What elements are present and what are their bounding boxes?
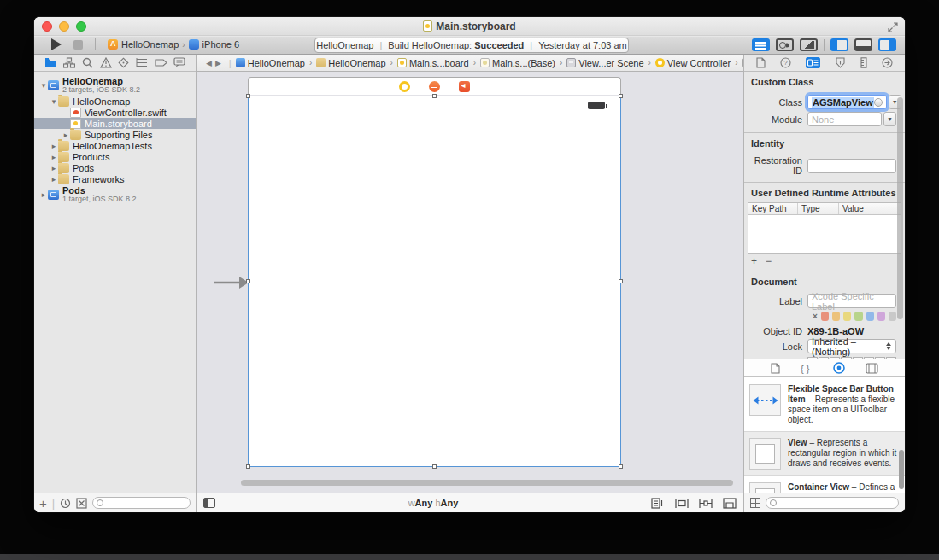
lock-dropdown[interactable]: Inherited – (Nothing): [807, 339, 896, 353]
column-key-path[interactable]: Key Path: [748, 203, 798, 214]
document-label-field[interactable]: Xcode Specific Label: [807, 294, 896, 308]
breadcrumb-view-controller[interactable]: View Controller: [655, 58, 731, 68]
resize-handle-top-center[interactable]: [432, 94, 437, 98]
run-button[interactable]: [51, 38, 62, 50]
toggle-navigator-button[interactable]: [830, 38, 848, 51]
toggle-debug-area-button[interactable]: [854, 38, 872, 51]
color-swatch-red[interactable]: [821, 312, 829, 321]
module-field[interactable]: None: [807, 112, 882, 126]
column-type[interactable]: Type: [798, 203, 839, 214]
assistant-editor-button[interactable]: [776, 38, 794, 51]
code-snippet-library-tab[interactable]: { }: [801, 363, 813, 374]
symbol-navigator-tab[interactable]: [63, 57, 75, 68]
debug-navigator-tab[interactable]: [136, 57, 148, 68]
resolve-auto-layout-button[interactable]: [723, 498, 737, 509]
issue-navigator-tab[interactable]: [100, 57, 112, 68]
color-swatch-green[interactable]: [854, 312, 862, 321]
resize-handle-right[interactable]: [619, 279, 623, 283]
file-template-library-tab[interactable]: [771, 363, 780, 374]
breadcrumb-storyboard-base[interactable]: Main.s...(Base): [480, 58, 555, 68]
project-navigator-tab[interactable]: [44, 57, 57, 68]
standard-editor-button[interactable]: [752, 38, 770, 51]
toggle-utilities-button[interactable]: [878, 38, 896, 51]
disclosure-triangle[interactable]: ▾: [50, 97, 58, 106]
file-inspector-tab[interactable]: [756, 57, 766, 68]
scm-status-filter-icon[interactable]: [76, 498, 87, 509]
color-swatch-blue[interactable]: [866, 312, 874, 321]
report-navigator-tab[interactable]: [173, 57, 185, 68]
disclosure-triangle[interactable]: ▸: [50, 175, 58, 184]
library-filter-field[interactable]: [766, 497, 899, 509]
library-item-container-view[interactable]: Container View – Defines a region of a v…: [744, 476, 905, 493]
scheme-selector[interactable]: HelloOnemap › iPhone 6: [108, 39, 239, 50]
quick-help-inspector-tab[interactable]: ?: [780, 57, 791, 68]
resize-handle-top-right[interactable]: [619, 94, 623, 98]
search-navigator-tab[interactable]: [82, 57, 93, 68]
class-field[interactable]: AGSMapView: [807, 95, 887, 109]
resize-handle-bottom-right[interactable]: [619, 464, 623, 469]
align-button[interactable]: [675, 498, 689, 509]
storyboard-canvas[interactable]: [197, 72, 743, 493]
stack-button[interactable]: [651, 498, 665, 509]
breadcrumb-storyboard[interactable]: Main.s...board: [397, 58, 469, 68]
color-swatch-purple[interactable]: [877, 312, 885, 321]
inspector-scrollbar[interactable]: [897, 97, 903, 319]
navigator-filter-field[interactable]: [92, 497, 191, 509]
resize-handle-bottom-left[interactable]: [246, 464, 250, 469]
library-view-mode-icon[interactable]: [750, 498, 760, 508]
connections-inspector-tab[interactable]: [882, 57, 893, 68]
breadcrumb-scene[interactable]: View...er Scene: [566, 58, 643, 68]
disclosure-triangle[interactable]: ▸: [62, 131, 70, 139]
tree-row-group-helloonemap[interactable]: ▾ HelloOnemap: [34, 96, 196, 107]
module-dropdown-button[interactable]: ▼: [883, 112, 896, 126]
restoration-id-field[interactable]: [807, 159, 896, 173]
pin-button[interactable]: [699, 498, 713, 509]
disclosure-triangle[interactable]: ▾: [39, 81, 48, 90]
remove-attribute-button[interactable]: −: [766, 255, 772, 267]
runtime-attributes-body[interactable]: [748, 215, 901, 253]
exit-dock-icon[interactable]: [459, 81, 470, 92]
add-file-button[interactable]: +: [39, 496, 47, 510]
stop-button[interactable]: [73, 40, 83, 50]
breadcrumb-project[interactable]: HelloOnemap: [236, 58, 305, 68]
tree-row-main-storyboard[interactable]: Main.storyboard: [34, 118, 196, 129]
identity-inspector-tab-selected[interactable]: [806, 57, 820, 68]
disclosure-triangle[interactable]: ▸: [39, 190, 48, 199]
recent-files-filter-icon[interactable]: [60, 498, 71, 509]
map-view-selected[interactable]: [248, 96, 621, 467]
tree-row-frameworks[interactable]: ▸ Frameworks: [34, 173, 196, 184]
first-responder-dock-icon[interactable]: [429, 81, 440, 92]
library-scrollbar[interactable]: [899, 450, 904, 489]
attributes-inspector-tab[interactable]: [835, 57, 846, 68]
library-item-view[interactable]: View – Represents a rectangular region i…: [744, 432, 905, 476]
library-item-flexible-space[interactable]: Flexible Space Bar Button Item – Represe…: [744, 378, 905, 432]
tree-row-viewcontroller-swift[interactable]: ViewController.swift: [34, 107, 196, 118]
tree-row-project-pods[interactable]: ▸ Pods1 target, iOS SDK 8.2: [34, 184, 196, 205]
back-button[interactable]: ◀: [206, 59, 215, 67]
resize-handle-left[interactable]: [246, 279, 250, 283]
tree-row-project-helloonemap[interactable]: ▾ HelloOnemap2 targets, iOS SDK 8.2: [34, 75, 196, 96]
class-combo-icon[interactable]: [874, 98, 883, 107]
disclosure-triangle[interactable]: ▸: [50, 164, 58, 172]
breadcrumb-group[interactable]: HelloOnemap: [316, 58, 385, 68]
color-swatch-orange[interactable]: [832, 312, 840, 321]
initial-view-controller-arrow[interactable]: [214, 275, 249, 290]
disclosure-triangle[interactable]: ▸: [50, 153, 58, 161]
test-navigator-tab[interactable]: [118, 57, 129, 68]
size-inspector-tab[interactable]: [860, 57, 867, 68]
column-value[interactable]: Value: [839, 203, 901, 214]
resize-handle-bottom-center[interactable]: [432, 464, 437, 469]
disclosure-triangle[interactable]: ▸: [50, 142, 58, 150]
add-attribute-button[interactable]: +: [751, 255, 757, 267]
forward-button[interactable]: ▶: [215, 59, 225, 67]
view-controller-dock-icon[interactable]: [399, 81, 410, 92]
size-class-control[interactable]: wAny hAny: [215, 498, 651, 508]
breakpoint-navigator-tab[interactable]: [155, 57, 167, 68]
object-library-tab-selected[interactable]: [833, 362, 845, 374]
fullscreen-icon[interactable]: [888, 22, 898, 32]
horizontal-scrollbar[interactable]: [241, 480, 733, 486]
clear-color-button[interactable]: ×: [813, 312, 818, 321]
document-outline-toggle[interactable]: [203, 498, 215, 508]
resize-handle-top-left[interactable]: [246, 94, 250, 98]
media-library-tab[interactable]: [866, 363, 878, 374]
